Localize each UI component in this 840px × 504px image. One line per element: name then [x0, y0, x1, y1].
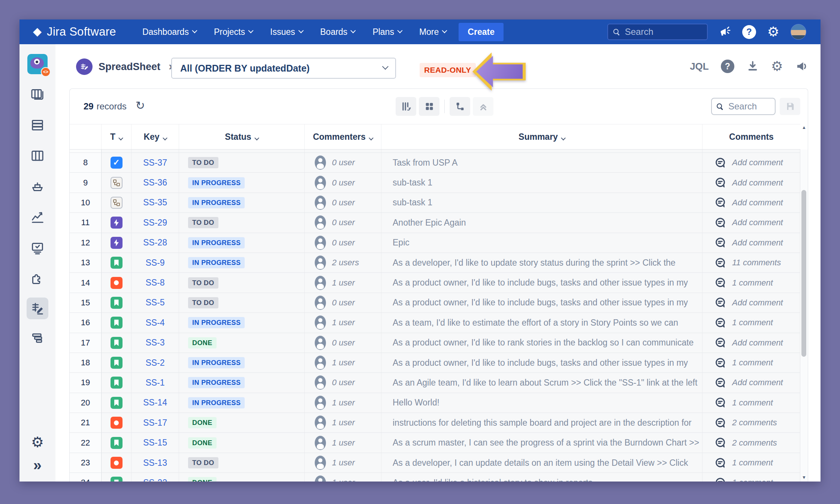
sidebar-item-reports[interactable]	[29, 209, 46, 226]
table-scrollbar[interactable]: ▲ ▼	[800, 150, 808, 482]
summary-cell[interactable]: As a user, I'd like a historical story t…	[381, 473, 702, 482]
comments-cell[interactable]: 1 comment	[702, 353, 800, 373]
sidebar-item-backlog[interactable]	[29, 117, 46, 133]
comments-cell[interactable]: 2 comments	[702, 413, 800, 433]
issue-key-link[interactable]: SS-36	[132, 173, 179, 193]
create-button[interactable]: Create	[459, 23, 504, 41]
summary-cell[interactable]: sub-task 1	[381, 173, 702, 193]
comments-cell[interactable]: Add comment	[702, 233, 800, 253]
comments-cell[interactable]: 2 comments	[702, 433, 800, 453]
comments-cell[interactable]: Add comment	[702, 193, 800, 213]
sidebar-item-issues[interactable]	[29, 240, 46, 256]
issue-key-link[interactable]: SS-3	[132, 333, 179, 353]
summary-cell[interactable]: As a team, I'd like to estimate the effo…	[381, 313, 702, 333]
issue-key-link[interactable]: SS-5	[132, 293, 179, 313]
column-header-type[interactable]: T	[102, 124, 132, 149]
summary-cell[interactable]: Task from USP A	[381, 153, 702, 173]
nav-menu-projects[interactable]: Projects	[214, 27, 252, 37]
column-header-status[interactable]: Status	[179, 124, 305, 149]
sidebar-item-timeline[interactable]	[29, 330, 46, 346]
sidebar-item-add-ons[interactable]	[29, 271, 46, 287]
comments-cell[interactable]: 1 comment	[702, 453, 800, 473]
issue-key-link[interactable]: SS-4	[132, 313, 179, 333]
comments-cell[interactable]: 11 comments	[702, 253, 800, 273]
sidebar-item-spreadsheet-active[interactable]	[27, 298, 48, 319]
jql-button[interactable]: JQL	[690, 61, 709, 72]
summary-cell[interactable]: Hello World!	[381, 393, 702, 413]
issue-key-link[interactable]: SS-35	[132, 193, 179, 213]
issue-key-link[interactable]: SS-8	[132, 273, 179, 293]
comments-cell[interactable]: 1 comment	[702, 393, 800, 413]
summary-cell[interactable]: As a developer, I'd like to update story…	[381, 253, 702, 273]
help-icon[interactable]: ?	[742, 25, 756, 39]
issue-key-link[interactable]: SS-37	[132, 153, 179, 173]
project-avatar[interactable]: <>	[27, 54, 48, 74]
issue-key-link[interactable]: SS-15	[132, 433, 179, 453]
download-icon[interactable]	[746, 60, 759, 73]
sidebar-item-active-sprints[interactable]	[29, 148, 46, 164]
issue-key-link[interactable]: SS-22	[132, 473, 179, 482]
project-settings-gear-icon[interactable]: ⚙	[31, 435, 44, 449]
comments-cell[interactable]: Add comment	[702, 293, 800, 313]
issue-key-link[interactable]: SS-28	[132, 233, 179, 253]
nav-menu-more[interactable]: More	[419, 27, 446, 37]
expand-sidebar-icon[interactable]: »	[33, 459, 42, 471]
nav-menu-dashboards[interactable]: Dashboards	[142, 27, 196, 37]
summary-cell[interactable]: As a scrum master, I can see the progres…	[381, 433, 702, 453]
global-search[interactable]	[607, 24, 708, 40]
summary-cell[interactable]: Epic	[381, 233, 702, 253]
summary-cell[interactable]: As a developer, I can update details on …	[381, 453, 702, 473]
nav-menu-plans[interactable]: Plans	[372, 27, 401, 37]
global-search-input[interactable]	[624, 26, 693, 37]
comments-cell[interactable]: Add comment	[702, 173, 800, 193]
issue-key-link[interactable]: SS-1	[132, 373, 179, 393]
configure-columns-button[interactable]	[396, 97, 416, 116]
column-header-comments[interactable]: Comments	[702, 124, 800, 149]
announcements-megaphone-icon[interactable]	[795, 60, 809, 73]
summary-cell[interactable]: As a product owner, I'd like to include …	[381, 293, 702, 313]
hierarchy-view-button[interactable]	[450, 97, 470, 116]
filter-dropdown[interactable]: All (ORDER BY updatedDate)	[171, 58, 396, 79]
issue-key-link[interactable]: SS-2	[132, 353, 179, 373]
collapse-all-button[interactable]	[473, 97, 493, 116]
issue-key-link[interactable]: SS-17	[132, 413, 179, 433]
scroll-up-icon[interactable]: ▲	[802, 125, 806, 130]
column-header-key[interactable]: Key	[132, 124, 179, 149]
help-icon[interactable]: ?	[721, 60, 734, 73]
user-avatar[interactable]	[791, 24, 806, 40]
sidebar-item-board[interactable]	[29, 86, 46, 103]
comments-cell[interactable]: 1 comment	[702, 273, 800, 293]
comments-cell[interactable]: 1 comment	[702, 313, 800, 333]
summary-cell[interactable]: instructions for deleting this sample bo…	[381, 413, 702, 433]
breadcrumb[interactable]: SpreadSheet ›	[76, 58, 173, 75]
table-search-input[interactable]	[728, 101, 767, 112]
summary-cell[interactable]: sub-task 1	[381, 193, 702, 213]
comments-cell[interactable]: Add comment	[702, 153, 800, 173]
nav-menu-boards[interactable]: Boards	[320, 27, 355, 37]
column-header-commenters[interactable]: Commenters	[305, 124, 381, 149]
comments-cell[interactable]: Add comment	[702, 333, 800, 353]
issue-key-link[interactable]: SS-14	[132, 393, 179, 413]
comments-cell[interactable]: Add comment	[702, 213, 800, 233]
announcements-megaphone-icon[interactable]	[719, 26, 731, 38]
summary-cell[interactable]: As an Agile team, I'd like to learn abou…	[381, 373, 702, 393]
spreadsheet-settings-gear-icon[interactable]: ⚙	[771, 60, 783, 73]
table-search[interactable]	[711, 98, 776, 115]
card-view-button[interactable]	[419, 97, 439, 116]
issue-key-link[interactable]: SS-29	[132, 213, 179, 233]
scrollbar-thumb[interactable]	[801, 190, 806, 357]
save-filter-button[interactable]	[780, 98, 800, 115]
settings-gear-icon[interactable]: ⚙	[767, 25, 779, 39]
scroll-down-icon[interactable]: ▼	[802, 475, 806, 480]
comments-cell[interactable]: 1 comment	[702, 473, 800, 482]
nav-menu-issues[interactable]: Issues	[270, 27, 302, 37]
issue-key-link[interactable]: SS-9	[132, 253, 179, 273]
refresh-icon[interactable]: ↻	[136, 100, 145, 111]
summary-cell[interactable]: As a product owner, I'd like to rank sto…	[381, 333, 702, 353]
summary-cell[interactable]: Another Epic Again	[381, 213, 702, 233]
comments-cell[interactable]: Add comment	[702, 373, 800, 393]
summary-cell[interactable]: As a product owner, I'd like to include …	[381, 353, 702, 373]
issue-key-link[interactable]: SS-13	[132, 453, 179, 473]
sidebar-item-releases[interactable]	[29, 178, 46, 195]
summary-cell[interactable]: As a product owner, I'd like to include …	[381, 273, 702, 293]
